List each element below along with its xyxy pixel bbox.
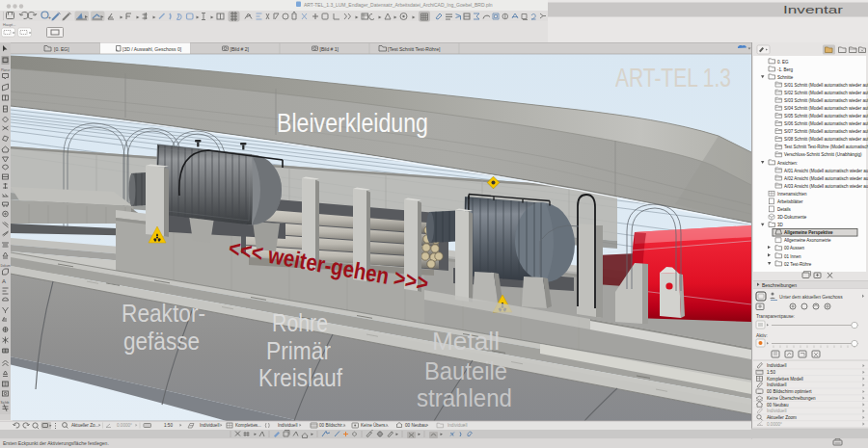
svg-text:Bauteile: Bauteile <box>424 357 507 384</box>
svg-text:Komplettes Modell: Komplettes Modell <box>767 377 803 382</box>
svg-text:S/04 Schnitt (Modell automatis: S/04 Schnitt (Modell automatisch wieder … <box>784 106 868 111</box>
svg-text:Ersten Eckpunkt der Aktivierun: Ersten Eckpunkt der Aktivierungsfläche f… <box>3 440 109 446</box>
svg-text:[Test Schnitt Test-Röhre]: [Test Schnitt Test-Röhre] <box>388 46 441 52</box>
svg-text:A: A <box>2 278 6 284</box>
svg-text:[Bild # 1]: [Bild # 1] <box>320 46 339 52</box>
svg-text:00 Bildschirm optimiert: 00 Bildschirm optimiert <box>767 389 812 394</box>
svg-text:[Bild # 2]: [Bild # 2] <box>231 46 250 52</box>
svg-text:02 Test-Röhre: 02 Test-Röhre <box>784 262 812 267</box>
svg-text:+: + <box>48 14 51 20</box>
svg-text:3D: 3D <box>777 223 784 227</box>
svg-text:00 Neubau: 00 Neubau <box>405 423 427 428</box>
svg-text:Keine Überschreibungen: Keine Überschreibungen <box>767 395 816 401</box>
svg-text:0. EG: 0. EG <box>777 60 789 65</box>
svg-text:Allgemeine Perspektive: Allgemeine Perspektive <box>784 230 833 235</box>
svg-text:Metall: Metall <box>432 328 500 355</box>
svg-text:Individuell: Individuell <box>767 408 786 413</box>
svg-text:Allgemeine Axonometrie: Allgemeine Axonometrie <box>784 238 831 243</box>
svg-text:Bleiverkleidung: Bleiverkleidung <box>277 109 428 138</box>
svg-text:Aktiv:: Aktiv: <box>756 333 768 338</box>
svg-text:0.0000°: 0.0000° <box>117 423 132 428</box>
svg-text:00 Aussen: 00 Aussen <box>784 246 805 250</box>
svg-text:1:50: 1:50 <box>767 370 775 375</box>
svg-text:Aktueller Zo...: Aktueller Zo... <box>71 423 98 428</box>
svg-text:00 Bildschir...: 00 Bildschir... <box>319 423 345 428</box>
svg-text:A/03 Ansicht (Modell automatis: A/03 Ansicht (Modell automatisch wieder … <box>784 184 868 189</box>
svg-text:3D-Dokumente: 3D-Dokumente <box>777 215 807 220</box>
svg-text:S/02 Schnitt (Modell automatis: S/02 Schnitt (Modell automatisch wieder … <box>784 91 868 95</box>
svg-text:-1. Berg: -1. Berg <box>777 67 794 72</box>
svg-text:strahlend: strahlend <box>417 384 512 411</box>
svg-text:[3D / Auswahl, Geschoss 0]: [3D / Auswahl, Geschoss 0] <box>122 46 182 52</box>
svg-text:gefässe: gefässe <box>123 328 200 355</box>
svg-text:Planur: Planur <box>1 68 11 72</box>
svg-text:Innenansichten: Innenansichten <box>777 192 807 197</box>
svg-text:Kreislauf: Kreislauf <box>258 364 342 391</box>
svg-text:Individuell: Individuell <box>767 382 786 387</box>
svg-text:S/07 Schnitt (Modell automatis: S/07 Schnitt (Modell automatisch wieder … <box>784 129 868 134</box>
svg-text:Dokum: Dokum <box>1 264 11 268</box>
svg-text:Test Schnitt Test-Röhre (Model: Test Schnitt Test-Röhre (Modell automati… <box>784 145 868 149</box>
svg-text:Komplettes...: Komplettes... <box>235 423 261 428</box>
svg-text:Schnitte: Schnitte <box>777 75 794 80</box>
svg-text:Transparentpause:: Transparentpause: <box>756 314 795 319</box>
svg-text:Individuell: Individuell <box>767 363 786 368</box>
svg-text:S/03 Schnitt (Modell automatis: S/03 Schnitt (Modell automatisch wieder … <box>784 98 868 103</box>
svg-text:1:50: 1:50 <box>164 423 173 428</box>
svg-text:[0. EG]: [0. EG] <box>54 46 69 52</box>
svg-text:S/05 Schnitt (Modell automatis: S/05 Schnitt (Modell automatisch wieder … <box>784 114 868 119</box>
svg-text:Sichtb: Sichtb <box>1 401 10 405</box>
svg-text:Beschreibungen: Beschreibungen <box>762 282 797 288</box>
svg-text:Aktueller Zoom: Aktueller Zoom <box>767 415 797 420</box>
svg-text:Verschluss-Schnitt Schnitt (Un: Verschluss-Schnitt Schnitt (Unabhängig) <box>784 152 862 157</box>
svg-text:Reaktor-: Reaktor- <box>122 300 205 327</box>
svg-text:Haupt...: Haupt... <box>3 23 15 27</box>
svg-text:Arbeitsblätter: Arbeitsblätter <box>777 199 803 204</box>
svg-text:ART-TEL_1.3_LUM_Endlager_Daten: ART-TEL_1.3_LUM_Endlager_Datensatz_Arbei… <box>304 2 493 8</box>
svg-text:A/02 Ansicht (Modell automatis: A/02 Ansicht (Modell automatisch wieder … <box>784 176 868 181</box>
svg-text:A/01 Ansicht (Modell automatis: A/01 Ansicht (Modell automatisch wieder … <box>784 169 868 173</box>
svg-text:Individuell: Individuell <box>200 423 219 428</box>
svg-text:Keine Übers...: Keine Übers... <box>361 422 389 428</box>
svg-text:Primär: Primär <box>266 337 331 364</box>
svg-text:S/08 Schnitt (Modell automatis: S/08 Schnitt (Modell automatisch wieder … <box>784 137 868 142</box>
svg-text:Inventar: Inventar <box>783 4 843 15</box>
svg-text:0.0000°: 0.0000° <box>767 422 782 427</box>
svg-text:S/06 Schnitt (Modell automatis: S/06 Schnitt (Modell automatisch wieder … <box>784 121 868 126</box>
svg-text:Rohre: Rohre <box>272 309 328 336</box>
svg-text:Unter dem aktuellen Geschoss: Unter dem aktuellen Geschoss <box>779 295 843 300</box>
svg-text:Ansichten:: Ansichten: <box>777 161 798 166</box>
svg-text:S/01 Schnitt (Modell automatis: S/01 Schnitt (Modell automatisch wieder … <box>784 83 868 88</box>
svg-text:01 Innen: 01 Innen <box>784 254 801 259</box>
svg-text:Individuell: Individuell <box>278 423 297 428</box>
svg-text:Details: Details <box>777 207 792 212</box>
svg-text:00 Neubau: 00 Neubau <box>767 403 789 408</box>
svg-text:ART-TEL 1.3: ART-TEL 1.3 <box>615 64 731 92</box>
